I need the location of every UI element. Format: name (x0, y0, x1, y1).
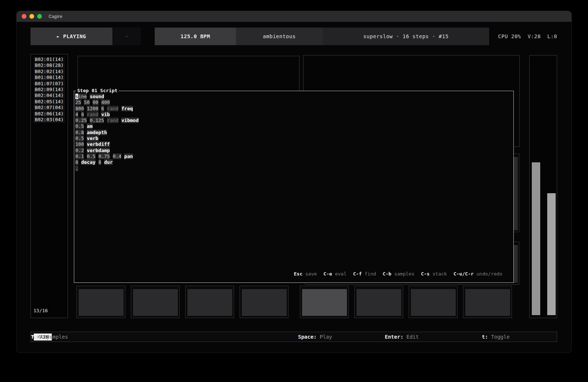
close-button-icon[interactable] (22, 14, 26, 19)
sample-list-item[interactable]: B02:06(14) (34, 111, 65, 117)
minimize-button-icon[interactable] (29, 14, 34, 19)
sample-list-item[interactable]: B01:08(14) (34, 75, 65, 80)
step-cell-fill (465, 289, 510, 316)
step-cell[interactable] (76, 286, 125, 318)
key-hint: t: Toggle (482, 334, 510, 340)
step-cell[interactable] (240, 286, 288, 318)
app-window: Cagire ► PLAYING · 125.0 BPM ambientous … (17, 11, 571, 353)
step-cell-fill (242, 289, 287, 316)
level-meter-bar (547, 193, 556, 315)
editor-line: 25 50 00 400 (75, 100, 511, 105)
editor-line: 0.25 0.125 rand vibmod (75, 118, 511, 123)
titlebar: Cagire (17, 11, 571, 22)
cpu-voices-readout: CPU 20% V:28 L:0 (489, 28, 557, 45)
editor-line: 800 1200 6 rand freq (75, 106, 511, 112)
transport-state-label: PLAYING (63, 33, 86, 39)
editor-hint: C-e eval (323, 271, 347, 277)
key-hint: Enter: Edit (385, 334, 419, 340)
transport-state[interactable]: ► PLAYING (31, 28, 112, 45)
sample-list-item[interactable]: B02:03(04) (34, 117, 65, 123)
step-cell-fill (356, 289, 401, 316)
editor-line: 0.5 verb (75, 136, 511, 141)
play-icon: ► (57, 34, 60, 39)
step-cell[interactable] (463, 286, 512, 318)
step-cell-fill (411, 289, 456, 316)
step-script-editor[interactable]: Step 01 Script sine sound25 50 00 400800… (74, 91, 514, 283)
editor-hint: C-s stack (421, 271, 447, 277)
editor-hint: Esc save (294, 271, 317, 277)
sample-list-item[interactable]: B01:07(07) (34, 81, 65, 87)
step-cell-fill (187, 289, 232, 316)
transport-bar: ► PLAYING · 125.0 BPM ambientous supersl… (31, 28, 557, 45)
sample-list-item[interactable]: B02:04(14) (34, 93, 65, 98)
bpm-display[interactable]: 125.0 BPM (155, 28, 236, 45)
step-cell-fill (79, 289, 123, 316)
key-hint: Space: Play (298, 334, 332, 340)
editor-line: 0.5 am (75, 123, 511, 129)
sample-list-item[interactable]: B02:08(28) (34, 63, 65, 68)
editor-hint: C-u/C-r undo/redo (453, 271, 502, 277)
transport-dot: · (113, 28, 141, 45)
editor-line: 100 verbdiff (75, 141, 511, 147)
editor-title: Step 01 Script (76, 88, 119, 93)
sample-list-item[interactable]: B02:01(14) (34, 57, 65, 62)
level-meter-bar (532, 162, 540, 315)
level-meters-panel (529, 55, 557, 318)
sample-list-item[interactable]: B02:05(14) (34, 99, 65, 105)
editor-line: 4 8 rand vib (75, 112, 511, 118)
zoom-button-icon[interactable] (37, 14, 42, 19)
scene-name[interactable]: ambientous (236, 28, 323, 45)
step-cell[interactable] (354, 286, 403, 318)
step-cell[interactable] (131, 286, 180, 318)
editor-hint: C-f find (353, 271, 376, 277)
editor-line: 8 decay 8 dur (75, 159, 511, 165)
editor-hint: C-b samples (383, 271, 414, 277)
step-cell-fill (302, 289, 347, 316)
editor-line: 0.8 amdepth (75, 130, 511, 136)
editor-shortcut-hints: Esc saveC-e evalC-f findC-b samplesC-s s… (294, 271, 502, 277)
sample-list-panel: B02:01(14)B02:08(28)B02:02(14)B01:08(14)… (31, 54, 68, 318)
editor-line: 0.1 0.5 0.75 0.4 pan (75, 154, 511, 159)
pattern-info[interactable]: superslow · 16 steps · #15 (323, 28, 489, 45)
sample-list-item[interactable]: B02:02(14) (34, 69, 65, 75)
key-hint: ?: Keys (31, 334, 53, 340)
sample-list-item[interactable]: B02:07(04) (34, 105, 65, 111)
editor-line: sine sound (75, 94, 511, 100)
step-cell[interactable] (300, 286, 349, 318)
step-sequencer-row (17, 286, 571, 318)
editor-code[interactable]: sine sound25 50 00 400800 1200 6 rand fr… (75, 94, 511, 172)
key-hint-bar: MAIN Space: PlayEnter: Editt: ToggleTab:… (31, 332, 557, 342)
editor-line: 0.2 verbdamp (75, 148, 511, 154)
sample-list: B02:01(14)B02:08(28)B02:02(14)B01:08(14)… (31, 57, 68, 123)
window-title: Cagire (49, 14, 62, 19)
step-cell[interactable] (185, 286, 234, 318)
sample-list-item[interactable]: B02:09(14) (34, 87, 65, 93)
step-cell[interactable] (409, 286, 458, 318)
step-cell-fill (133, 289, 178, 316)
editor-line: . (75, 166, 511, 172)
